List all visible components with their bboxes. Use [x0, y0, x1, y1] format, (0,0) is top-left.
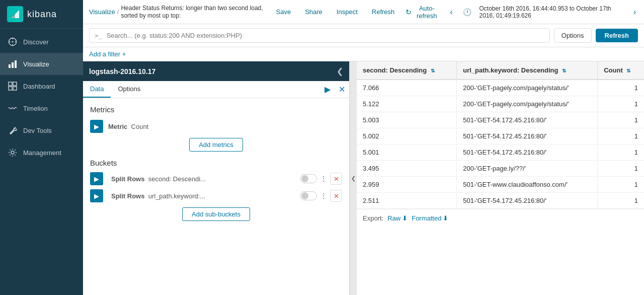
sidebar-item-label-visualize: Visualize — [23, 60, 49, 68]
auto-refresh-icon: ↻ — [406, 8, 412, 16]
bucket-more-button-0[interactable]: ⋮ — [320, 175, 327, 183]
export-label: Export: — [363, 214, 383, 222]
inspect-button[interactable]: Inspect — [334, 6, 361, 18]
add-metrics-button[interactable]: Add metrics — [189, 138, 243, 152]
column-header-second: second: Descending ⇅ — [357, 61, 457, 80]
cell-url-7: 501-'GET-54.172.45.216:80/' — [457, 193, 598, 209]
topbar: Visualize / Header Status Returns: longe… — [83, 0, 644, 24]
breadcrumb-visualize-link[interactable]: Visualize — [89, 8, 115, 16]
metric-row-count: ▶ Metric Count — [90, 120, 342, 133]
breadcrumb-separator: / — [117, 8, 119, 16]
wrench-icon — [7, 125, 18, 136]
gear-icon — [7, 147, 18, 158]
table-header-row: second: Descending ⇅ url_path.keyword: D… — [357, 61, 644, 80]
search-input[interactable] — [107, 32, 544, 39]
auto-refresh-button[interactable]: ↻ Auto-refresh — [406, 5, 440, 20]
panel-tabs: Data Options ▶ ✕ — [83, 81, 349, 98]
date-prev-button[interactable]: ‹ — [448, 7, 454, 18]
date-next-button[interactable]: › — [631, 7, 638, 18]
compass-icon — [7, 36, 18, 47]
main-content: Visualize / Header Status Returns: longe… — [83, 0, 644, 295]
sidebar-logo: kibana — [0, 0, 83, 29]
column-header-count: Count ⇅ — [598, 61, 644, 80]
search-prompt: >_ — [95, 32, 103, 39]
bucket-delete-button-1[interactable]: ✕ — [330, 190, 342, 202]
tab-close-button[interactable]: ✕ — [335, 82, 349, 97]
panel-body: Metrics ▶ Metric Count Add metrics Bucke… — [83, 98, 349, 295]
export-formatted-link[interactable]: Formatted ⬇ — [412, 214, 448, 222]
add-filter-button[interactable]: Add a filter + — [89, 50, 126, 58]
cell-count-4: 1 — [598, 144, 644, 161]
cell-second-7: 2.511 — [357, 193, 457, 209]
options-button[interactable]: Options — [554, 28, 592, 43]
sidebar-item-visualize[interactable]: Visualize — [0, 53, 83, 75]
panel-header: logstash-2016.10.17 ❮ — [83, 61, 349, 81]
kibana-icon — [7, 6, 23, 22]
metrics-title: Metrics — [90, 105, 342, 114]
sort-icon-count: ⇅ — [626, 68, 630, 73]
left-panel: logstash-2016.10.17 ❮ Data Options ▶ ✕ M… — [83, 61, 350, 295]
index-name: logstash-2016.10.17 — [89, 67, 155, 76]
tab-play-button[interactable]: ▶ — [320, 82, 335, 97]
save-button[interactable]: Save — [273, 6, 294, 18]
add-sub-buckets-button[interactable]: Add sub-buckets — [182, 207, 250, 221]
cell-url-5: 200-'GET-page.ly/??/' — [457, 161, 598, 177]
metric-expand-button[interactable]: ▶ — [90, 120, 103, 133]
date-range: October 16th 2016, 16:44:40.953 to Octob… — [479, 5, 623, 19]
breadcrumb: Visualize / Header Status Returns: longe… — [89, 5, 267, 19]
column-label-url: url_path.keyword: Descending — [463, 66, 558, 74]
grid-icon — [7, 81, 18, 92]
bucket-toggle-0[interactable] — [300, 174, 317, 183]
sidebar-item-dev-tools[interactable]: Dev Tools — [0, 119, 83, 141]
svg-rect-10 — [15, 60, 17, 68]
bucket-more-button-1[interactable]: ⋮ — [320, 192, 327, 200]
cell-count-2: 1 — [598, 112, 644, 128]
cell-url-6: 501-'GET-www.claudioaffonso.com/' — [457, 177, 598, 193]
bucket-delete-button-0[interactable]: ✕ — [330, 173, 342, 185]
cell-url-4: 501-'GET-54.172.45.216:80/' — [457, 144, 598, 161]
bucket-expand-button-1[interactable]: ▶ — [90, 189, 103, 202]
column-label-count: Count — [604, 66, 623, 74]
share-button[interactable]: Share — [302, 6, 326, 18]
sidebar-item-label-management: Management — [23, 149, 61, 157]
bucket-type-0: Split Rows — [111, 175, 144, 183]
page-title: Header Status Returns: longer than two s… — [121, 5, 267, 19]
collapse-handle[interactable]: ❮ — [350, 61, 357, 295]
bucket-toggle-1[interactable] — [300, 191, 317, 200]
cell-url-2: 501-'GET-54.172.45.216:80/' — [457, 112, 598, 128]
svg-point-15 — [11, 151, 14, 154]
cell-second-0: 7.066 — [357, 80, 457, 96]
panel-collapse-button[interactable]: ❮ — [337, 66, 343, 76]
sidebar: kibana Discover — [0, 0, 83, 295]
sidebar-item-dashboard[interactable]: Dashboard — [0, 75, 83, 97]
topbar-actions: Save Share Inspect Refresh ↻ Auto-refres… — [273, 5, 638, 20]
cell-second-6: 2.959 — [357, 177, 457, 193]
table-row: 5.122 200-'GET-pagely.com/pagely/status/… — [357, 96, 644, 112]
search-refresh-button[interactable]: Refresh — [596, 29, 638, 42]
cell-url-0: 200-'GET-pagely.com/pagely/status/' — [457, 80, 598, 96]
export-formatted-label: Formatted — [412, 214, 441, 222]
sidebar-item-label-dashboard: Dashboard — [23, 83, 55, 90]
export-raw-link[interactable]: Raw ⬇ — [387, 214, 408, 222]
metric-value: Count — [131, 123, 149, 130]
refresh-button[interactable]: Refresh — [369, 6, 398, 18]
bucket-type-1: Split Rows — [111, 192, 144, 200]
sidebar-item-discover[interactable]: Discover — [0, 31, 83, 53]
bucket-expand-button-0[interactable]: ▶ — [90, 172, 103, 185]
sort-icon-url: ⇅ — [562, 68, 566, 73]
cell-count-0: 1 — [598, 80, 644, 96]
bucket-row-1: ▶ Split Rows url_path.keyword:... ⋮ ✕ — [90, 189, 342, 202]
svg-rect-9 — [12, 62, 14, 68]
tab-data[interactable]: Data — [83, 81, 111, 98]
download-icon-raw: ⬇ — [402, 214, 408, 222]
cell-count-1: 1 — [598, 96, 644, 112]
sidebar-item-timelion[interactable]: Timelion — [0, 97, 83, 119]
metric-label: Metric Count — [108, 123, 148, 130]
right-panel: second: Descending ⇅ url_path.keyword: D… — [357, 61, 644, 295]
cell-second-5: 3.495 — [357, 161, 457, 177]
bucket-field-1: url_path.keyword:... — [148, 192, 205, 200]
sidebar-item-management[interactable]: Management — [0, 141, 83, 164]
cell-second-1: 5.122 — [357, 96, 457, 112]
wave-icon — [7, 103, 18, 114]
tab-options[interactable]: Options — [111, 81, 147, 98]
